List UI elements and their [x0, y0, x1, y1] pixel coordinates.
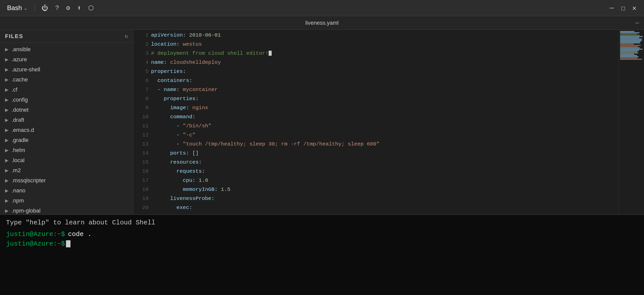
code-line: ports: []	[151, 149, 619, 158]
chevron-right-icon: ▶	[5, 168, 9, 173]
sidebar-file-item[interactable]: ▶.ansible	[0, 44, 133, 54]
line-number: 19	[136, 194, 149, 203]
sidebar-file-item[interactable]: ▶.azure-shell	[0, 65, 133, 75]
minimap-line	[620, 54, 634, 55]
sidebar-file-item[interactable]: ▶.cf	[0, 85, 133, 95]
code-line: # deployment from cloud shell editor!	[151, 49, 619, 58]
chevron-right-icon: ▶	[5, 117, 9, 123]
bash-label: Bash	[7, 4, 22, 12]
code-line: livenessProbe:	[151, 194, 619, 203]
prompt2-path: :~$	[53, 240, 65, 248]
chevron-right-icon: ▶	[5, 188, 9, 193]
line-number: 18	[136, 185, 149, 194]
chevron-right-icon: ▶	[5, 137, 9, 143]
chevron-right-icon: ▶	[5, 57, 9, 62]
sidebar-file-item[interactable]: ▶.emacs.d	[0, 125, 133, 135]
chevron-right-icon: ▶	[5, 127, 9, 133]
chevron-right-icon: ▶	[5, 97, 9, 103]
line-number: 6	[136, 76, 149, 85]
sidebar-file-item[interactable]: ▶.config	[0, 95, 133, 105]
sidebar-file-item[interactable]: ▶.gradle	[0, 135, 133, 145]
chevron-right-icon: ▶	[5, 158, 9, 163]
line-number: 9	[136, 103, 149, 112]
code-line: cpu: 1.0	[151, 176, 619, 185]
toolbar-separator	[35, 4, 35, 12]
line-number: 3	[136, 49, 149, 58]
terminal[interactable]: Type "help" to learn about Cloud Shell j…	[0, 214, 644, 295]
share-icon[interactable]: ⬡	[87, 3, 95, 14]
files-title: FILES	[5, 33, 23, 40]
close-button[interactable]: ✕	[630, 3, 639, 13]
prompt1-cmd: code .	[68, 230, 92, 238]
sidebar-file-item[interactable]: ▶.mssqlscripter	[0, 175, 133, 186]
chevron-right-icon: ▶	[5, 178, 9, 183]
sidebar-file-item[interactable]: ▶.azure	[0, 54, 133, 65]
maximize-button[interactable]: ☐	[618, 3, 628, 13]
minimap-line	[620, 56, 638, 57]
terminal-cursor	[66, 240, 70, 247]
main-area: FILES ↻ ▶.ansible▶.azure▶.azure-shell▶.c…	[0, 30, 644, 214]
line-number: 10	[136, 112, 149, 122]
line-number: 16	[136, 167, 149, 176]
prompt2-user: justin@Azure	[6, 240, 53, 248]
chevron-right-icon: ▶	[5, 47, 9, 52]
sidebar-file-item[interactable]: ▶.m2	[0, 165, 133, 175]
minimap-line	[620, 40, 642, 41]
power-icon[interactable]: ⏻	[40, 3, 50, 14]
minimap-line	[620, 36, 643, 37]
code-area[interactable]: apiVersion: 2018-06-01location: westus# …	[151, 30, 619, 214]
sidebar-file-item[interactable]: ▶.cache	[0, 75, 133, 85]
tab-more-icon[interactable]: ⋯	[635, 19, 639, 26]
code-line: - "-c"	[151, 131, 619, 140]
tab-bar: liveness.yaml ⋯	[0, 16, 644, 30]
line-number: 21	[136, 212, 149, 214]
editor: 1234567891011121314151617181920212223 ap…	[133, 30, 644, 214]
minimap-line	[620, 55, 637, 56]
sidebar-file-item[interactable]: ▶.npm-global	[0, 206, 133, 214]
minimap-line	[620, 49, 642, 50]
minimize-button[interactable]: —	[607, 3, 616, 13]
upload-icon[interactable]: ⬆	[76, 3, 83, 14]
sidebar-header: FILES ↻	[0, 30, 133, 43]
editor-content: 1234567891011121314151617181920212223 ap…	[133, 30, 644, 214]
code-line: command:	[151, 212, 619, 214]
sidebar-file-item[interactable]: ▶.helm	[0, 145, 133, 155]
sidebar-file-item[interactable]: ▶.local	[0, 155, 133, 165]
terminal-info: Type "help" to learn about Cloud Shell	[6, 219, 638, 226]
minimap-line	[620, 51, 637, 52]
terminal-prompt-2: justin@Azure :~$	[6, 240, 638, 248]
window-controls: — ☐ ✕	[607, 3, 639, 13]
line-numbers: 1234567891011121314151617181920212223	[133, 30, 151, 214]
sidebar-file-item[interactable]: ▶.nano	[0, 186, 133, 196]
help-icon[interactable]: ?	[54, 3, 61, 13]
minimap-line	[620, 41, 641, 42]
line-number: 2	[136, 40, 149, 49]
line-number: 7	[136, 85, 149, 94]
line-number: 17	[136, 176, 149, 185]
chevron-down-icon: ⌄	[23, 5, 28, 11]
code-line: exec:	[151, 203, 619, 212]
settings-icon[interactable]: ⚙	[65, 3, 72, 14]
line-number: 11	[136, 122, 149, 131]
code-line: name: cloudshelldeploy	[151, 58, 619, 67]
minimap-content	[619, 30, 644, 61]
bash-dropdown[interactable]: Bash ⌄	[5, 3, 30, 13]
code-line: resources:	[151, 158, 619, 167]
minimap-line	[620, 32, 639, 33]
refresh-icon[interactable]: ↻	[125, 33, 128, 40]
chevron-right-icon: ▶	[5, 77, 9, 82]
sidebar-file-item[interactable]: ▶.npm	[0, 196, 133, 206]
sidebar-file-item[interactable]: ▶.draft	[0, 115, 133, 125]
minimap-line	[620, 47, 640, 48]
line-number: 8	[136, 94, 149, 103]
minimap-line	[620, 52, 638, 53]
line-number: 20	[136, 203, 149, 212]
line-number: 14	[136, 149, 149, 158]
minimap-line	[620, 59, 642, 60]
chevron-right-icon: ▶	[5, 148, 9, 153]
chevron-right-icon: ▶	[5, 198, 9, 203]
code-line: image: nginx	[151, 103, 619, 112]
code-line: properties:	[151, 94, 619, 103]
sidebar-file-item[interactable]: ▶.dotnet	[0, 105, 133, 115]
minimap-line	[620, 39, 642, 40]
